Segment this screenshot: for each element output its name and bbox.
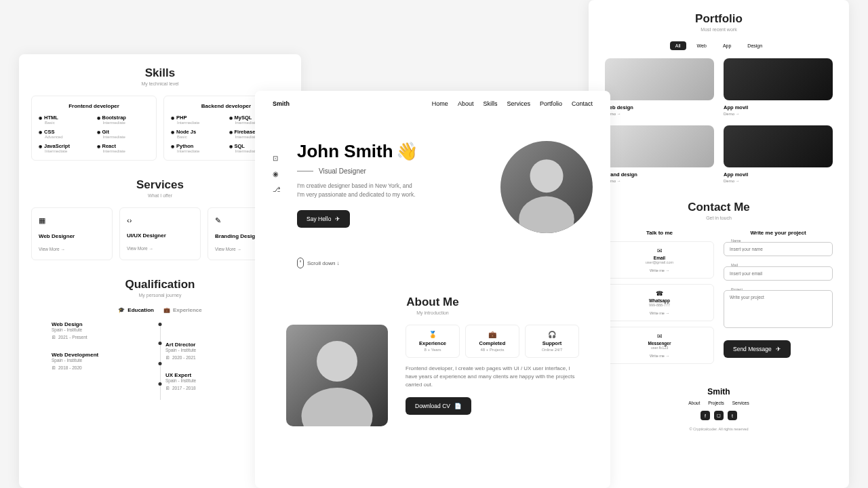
social-links: ⊡ ◉ ⎇ — [273, 155, 281, 193]
name-field[interactable] — [724, 242, 833, 256]
hero-description: I'm creative designer based in New York,… — [297, 182, 419, 199]
skill-card-title: Frontend developer — [39, 103, 149, 109]
service-icon: ▦ — [39, 216, 105, 225]
write-me-link[interactable]: Write me → — [611, 354, 708, 358]
skill-item: CSSAdvanced — [39, 129, 92, 139]
contact-card: ✉Messengeruser.fb123Write me → — [605, 327, 714, 364]
portfolio-item-title: Brand design — [605, 171, 714, 178]
calendar-icon: 🗓 — [165, 355, 170, 360]
contact-section: Contact Me Get in touch Talk to me ✉Emai… — [605, 201, 833, 369]
email-field[interactable] — [724, 266, 833, 281]
filter-tab-all[interactable]: All — [670, 41, 686, 50]
qualification-item: UX ExpertSpain - Institute🗓2017 - 2018 — [165, 372, 269, 390]
demo-link[interactable]: Demo → — [724, 112, 833, 116]
stat-icon: 🎧 — [528, 331, 576, 338]
portfolio-card[interactable]: Brand designDemo → — [605, 125, 714, 183]
qualification-item: Art DirectorSpain - Institute🗓2020 - 202… — [165, 342, 269, 360]
portfolio-thumbnail — [605, 58, 714, 100]
svg-point-3 — [302, 388, 373, 426]
footer-link-projects[interactable]: Projects — [708, 401, 724, 405]
send-message-button[interactable]: Send Message ✈ — [724, 340, 791, 358]
service-card[interactable]: ▦Web DesignerView More → — [31, 207, 113, 260]
timeline-dot — [159, 362, 162, 365]
calendar-icon: 🗓 — [52, 365, 56, 370]
instagram-icon[interactable]: ◻ — [714, 411, 724, 420]
wave-icon: 👋 — [396, 141, 418, 162]
nav-link-skills[interactable]: Skills — [483, 100, 497, 107]
write-me-link[interactable]: Write me → — [611, 311, 708, 315]
nav-link-about[interactable]: About — [458, 100, 474, 107]
svg-point-1 — [519, 197, 574, 233]
portfolio-title: Portfolio — [605, 12, 833, 26]
portfolio-item-title: App movil — [724, 171, 833, 178]
skill-item: GitIntermediate — [97, 129, 150, 139]
filter-tab-web[interactable]: Web — [692, 41, 712, 50]
write-heading: Write me your project — [724, 230, 833, 236]
skill-item: PythonIntermediate — [171, 143, 224, 153]
view-more-link[interactable]: View More → — [39, 247, 105, 251]
scroll-down-link[interactable]: Scroll down ↓ — [297, 258, 593, 268]
project-field[interactable] — [724, 290, 833, 328]
contact-title: Contact Me — [605, 201, 833, 214]
view-more-link[interactable]: View More → — [127, 246, 193, 251]
portfolio-card[interactable]: App movilDemo → — [724, 58, 833, 116]
qualification-title: Qualification — [31, 278, 289, 291]
document-icon: 📄 — [454, 403, 462, 409]
svg-point-0 — [530, 159, 564, 192]
download-cv-button[interactable]: Download CV 📄 — [406, 397, 471, 415]
qualification-item: Web DesignSpain - Institute🗓2021 - Prese… — [52, 321, 155, 340]
filter-tab-design[interactable]: Design — [742, 41, 768, 50]
demo-link[interactable]: Demo → — [605, 112, 714, 116]
facebook-icon[interactable]: f — [701, 411, 710, 420]
github-icon[interactable]: ⎇ — [273, 186, 281, 193]
nav-link-services[interactable]: Services — [507, 100, 530, 107]
contact-icon: ✉ — [611, 333, 708, 340]
portfolio-contact-panel: Portfolio Most recent work AllWebAppDesi… — [589, 0, 849, 488]
logo[interactable]: Smith — [273, 100, 290, 107]
write-me-link[interactable]: Write me → — [611, 268, 708, 272]
service-card[interactable]: ‹›UI/UX DesignerView More → — [119, 207, 201, 260]
footer-logo: Smith — [605, 387, 833, 396]
portfolio-subtitle: Most recent work — [605, 27, 833, 32]
skill-item: Node JsBasic — [171, 129, 224, 139]
nav-link-home[interactable]: Home — [432, 100, 448, 107]
nav-link-portfolio[interactable]: Portfolio — [540, 100, 562, 107]
portfolio-card[interactable]: App movilDemo → — [724, 125, 833, 183]
say-hello-button[interactable]: Say Hello ✈ — [297, 210, 350, 228]
skills-subtitle: My technical level — [31, 81, 289, 86]
footer: Smith AboutProjectsServices f ◻ t © Cryp… — [605, 387, 833, 431]
demo-link[interactable]: Demo → — [605, 179, 714, 183]
skill-card: Frontend developerHTMLBasicBootstrapInte… — [31, 96, 157, 161]
portfolio-thumbnail — [724, 58, 833, 100]
demo-link[interactable]: Demo → — [724, 179, 833, 183]
stat-card: 🎧SupportOnline 24/7 — [525, 325, 579, 358]
calendar-icon: 🗓 — [165, 386, 170, 390]
instagram-icon[interactable]: ⊡ — [273, 155, 281, 162]
tab-education[interactable]: 🎓 Education — [118, 307, 154, 313]
about-avatar — [286, 325, 388, 426]
tab-experience[interactable]: 💼 Experience — [163, 307, 202, 313]
portfolio-card[interactable]: Web designDemo → — [605, 58, 714, 116]
skills-section: Skills My technical level Frontend devel… — [31, 66, 289, 161]
dribbble-icon[interactable]: ◉ — [273, 170, 281, 178]
skills-title: Skills — [31, 66, 289, 80]
hero-section: ⊡ ◉ ⎇ John Smith👋 Visual Designer I'm cr… — [273, 141, 593, 233]
timeline-dot — [159, 323, 162, 326]
stat-icon: 🏅 — [409, 331, 456, 338]
navbar: Smith HomeAboutSkillsServicesPortfolioCo… — [273, 100, 593, 107]
skill-item: HTMLBasic — [39, 115, 92, 125]
skill-item: BootstrapIntermediate — [97, 115, 150, 125]
services-subtitle: What I offer — [31, 193, 289, 198]
talk-heading: Talk to me — [605, 230, 714, 236]
contact-card: ☎Whatsapp999-888-777Write me → — [605, 284, 714, 321]
footer-link-services[interactable]: Services — [732, 401, 749, 405]
footer-link-about[interactable]: About — [688, 401, 700, 405]
qualification-item: Web DevelopmentSpain - Institute🗓2018 - … — [52, 352, 155, 370]
portfolio-item-title: Web design — [605, 104, 714, 110]
portfolio-item-title: App movil — [724, 104, 833, 110]
send-icon: ✈ — [335, 216, 340, 222]
twitter-icon[interactable]: t — [728, 411, 737, 420]
hero-role: Visual Designer — [297, 167, 494, 175]
filter-tab-app[interactable]: App — [717, 41, 736, 50]
nav-link-contact[interactable]: Contact — [572, 100, 593, 107]
